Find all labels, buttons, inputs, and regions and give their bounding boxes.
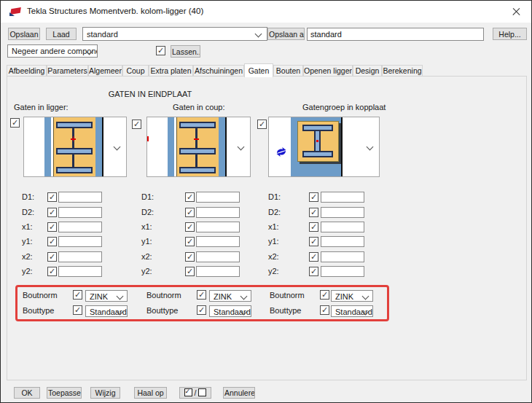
y1-input[interactable] bbox=[196, 236, 240, 247]
bouttype-checkbox[interactable] bbox=[73, 305, 82, 315]
cancel-button[interactable]: Annuleren bbox=[223, 387, 255, 399]
kopplaat-holegroup-selector[interactable] bbox=[268, 117, 380, 177]
help-button[interactable]: Help... bbox=[493, 28, 527, 40]
field-label-x2: x2: bbox=[22, 251, 33, 262]
y1-checkbox[interactable] bbox=[47, 237, 57, 246]
chevron-down-icon bbox=[255, 31, 262, 38]
modify-button[interactable]: Wijzig bbox=[90, 387, 120, 399]
bouttype-label: Bouttype bbox=[270, 305, 301, 316]
save-as-button[interactable]: Opslaan al bbox=[267, 28, 305, 40]
bouttype-checkbox[interactable] bbox=[320, 305, 329, 315]
tab-gaten[interactable]: Gaten bbox=[244, 63, 273, 77]
x2-input[interactable] bbox=[321, 251, 364, 262]
y1-checkbox[interactable] bbox=[309, 237, 318, 246]
d2-checkbox[interactable] bbox=[47, 208, 57, 217]
x1-checkbox[interactable] bbox=[309, 222, 318, 232]
x1-checkbox[interactable] bbox=[185, 222, 195, 232]
ok-button[interactable]: OK bbox=[14, 387, 40, 399]
weld-checkbox[interactable] bbox=[156, 46, 165, 55]
tab-algemeen[interactable]: Algemeen bbox=[88, 65, 122, 77]
window-title: Tekla Structures Momentverb. kolom-ligge… bbox=[27, 7, 203, 15]
tab-afbeelding[interactable]: Afbeelding bbox=[7, 65, 47, 77]
tab-coup[interactable]: Coup bbox=[122, 65, 149, 77]
d2-checkbox[interactable] bbox=[185, 208, 195, 217]
save-as-input[interactable] bbox=[307, 28, 484, 41]
coup-hole-type-selector[interactable] bbox=[146, 117, 251, 177]
field-label-y2: y2: bbox=[141, 266, 152, 277]
sync-icon[interactable] bbox=[275, 146, 287, 159]
bouttype-combobox[interactable]: Standaard bbox=[331, 305, 373, 317]
d2-checkbox[interactable] bbox=[309, 208, 318, 217]
field-label-x1: x1: bbox=[141, 222, 152, 232]
y2-input[interactable] bbox=[321, 266, 364, 277]
x1-input[interactable] bbox=[58, 222, 102, 232]
d1-checkbox[interactable] bbox=[309, 192, 318, 202]
kopplaat-enable-checkbox[interactable] bbox=[257, 120, 267, 129]
profile-combobox[interactable]: standard bbox=[82, 27, 267, 41]
boutnorm-checkbox[interactable] bbox=[197, 290, 206, 300]
field-label-x2: x2: bbox=[141, 251, 152, 262]
d1-input[interactable] bbox=[58, 192, 102, 203]
field-label-y2: y2: bbox=[268, 266, 279, 277]
bouttype-checkbox[interactable] bbox=[197, 305, 206, 315]
field-label-x1: x1: bbox=[268, 222, 279, 232]
x1-checkbox[interactable] bbox=[47, 222, 57, 232]
tab-openen-ligger[interactable]: Openen ligger bbox=[303, 65, 353, 77]
toggle-all-checkboxes-button[interactable]: / bbox=[179, 387, 211, 399]
field-label-d2: D2: bbox=[22, 207, 34, 218]
tab-extra-platen[interactable]: Extra platen bbox=[149, 65, 193, 77]
d2-input[interactable] bbox=[58, 207, 102, 218]
y2-checkbox[interactable] bbox=[309, 267, 318, 276]
d2-input[interactable] bbox=[196, 207, 240, 218]
ligger-enable-checkbox[interactable] bbox=[10, 118, 20, 128]
x1-input[interactable] bbox=[321, 222, 364, 232]
bouttype-combobox[interactable]: Standaard bbox=[209, 305, 251, 317]
coup-enable-checkbox[interactable] bbox=[132, 120, 141, 129]
close-icon[interactable] bbox=[501, 1, 531, 23]
y2-checkbox[interactable] bbox=[47, 267, 57, 276]
x2-checkbox[interactable] bbox=[47, 252, 57, 262]
boutnorm-value: ZINK bbox=[214, 292, 232, 301]
boutnorm-combobox[interactable]: ZINK bbox=[331, 290, 373, 302]
save-button[interactable]: Opslaan bbox=[8, 28, 40, 40]
x2-checkbox[interactable] bbox=[185, 252, 195, 262]
ignore-components-combobox[interactable]: Negeer andere compone bbox=[7, 44, 98, 58]
chevron-down-icon bbox=[117, 293, 124, 300]
tab-parameters[interactable]: Parameters bbox=[47, 65, 88, 77]
y1-input[interactable] bbox=[58, 236, 102, 247]
field-label-x1: x1: bbox=[22, 222, 33, 232]
field-label-d1: D1: bbox=[22, 192, 34, 203]
apply-button[interactable]: Toepassen bbox=[47, 387, 82, 399]
tab-berekening[interactable]: Berekening bbox=[382, 65, 423, 77]
boutnorm-combobox[interactable]: ZINK bbox=[209, 290, 251, 302]
d2-input[interactable] bbox=[321, 207, 364, 218]
d1-input[interactable] bbox=[196, 192, 240, 203]
d1-checkbox[interactable] bbox=[47, 192, 57, 202]
x2-checkbox[interactable] bbox=[309, 252, 318, 262]
tab-design[interactable]: Design bbox=[353, 65, 382, 77]
get-button[interactable]: Haal op bbox=[134, 387, 167, 399]
y2-input[interactable] bbox=[196, 266, 240, 277]
boutnorm-label: Boutnorm bbox=[270, 290, 305, 301]
boutnorm-checkbox[interactable] bbox=[73, 290, 82, 300]
tab-bouten[interactable]: Bouten bbox=[273, 65, 303, 77]
d1-checkbox[interactable] bbox=[185, 192, 195, 202]
boutnorm-value: ZINK bbox=[90, 292, 108, 301]
y1-input[interactable] bbox=[321, 236, 364, 247]
y1-checkbox[interactable] bbox=[185, 237, 195, 246]
y2-input[interactable] bbox=[58, 266, 102, 277]
ligger-hole-type-selector[interactable] bbox=[23, 117, 127, 177]
y2-checkbox[interactable] bbox=[185, 267, 195, 276]
boutnorm-combobox[interactable]: ZINK bbox=[85, 290, 128, 302]
field-label-d2: D2: bbox=[268, 207, 281, 218]
x2-input[interactable] bbox=[58, 251, 102, 262]
weld-button[interactable]: Lassen... bbox=[171, 45, 200, 58]
x2-input[interactable] bbox=[196, 251, 240, 262]
d1-input[interactable] bbox=[321, 192, 364, 203]
x1-input[interactable] bbox=[196, 222, 240, 232]
column-label-kopplaat: Gatengroep in kopplaat bbox=[302, 102, 386, 113]
bouttype-combobox[interactable]: Standaard bbox=[85, 305, 128, 317]
boutnorm-checkbox[interactable] bbox=[320, 290, 329, 300]
load-button[interactable]: Laad bbox=[46, 28, 77, 40]
tab-afschuiningen[interactable]: Afschuiningen bbox=[193, 65, 244, 77]
